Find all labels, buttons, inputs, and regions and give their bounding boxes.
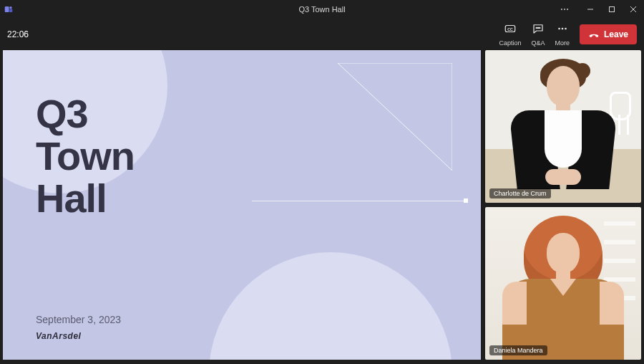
participant-panel: Charlotte de Crum Daniela Mandera xyxy=(485,50,641,360)
svg-point-14 xyxy=(540,27,540,28)
slide-title: Q3 Town Hall xyxy=(36,93,135,219)
svg-point-3 xyxy=(561,9,562,10)
slide-title-line: Q3 xyxy=(36,93,135,135)
svg-text:CC: CC xyxy=(507,27,513,32)
meeting-control-bar: 22:06 CC Caption Q&A More xyxy=(0,19,644,50)
window-controls xyxy=(580,0,644,19)
slide-date: September 3, 2023 xyxy=(36,314,121,325)
meeting-elapsed-time: 22:06 xyxy=(7,29,29,39)
leave-button[interactable]: Leave xyxy=(580,24,637,44)
svg-point-12 xyxy=(536,27,537,28)
meeting-controls: CC Caption Q&A More Leave xyxy=(499,22,637,47)
decor-line xyxy=(252,201,467,201)
avatar-face xyxy=(547,66,580,106)
hangup-icon xyxy=(588,28,600,42)
close-button[interactable] xyxy=(623,0,644,19)
participant-name: Charlotte de Crum xyxy=(489,188,551,198)
svg-point-17 xyxy=(565,28,567,30)
avatar-face xyxy=(547,233,580,273)
title-bar: Q3 Town Hall xyxy=(0,0,644,19)
svg-rect-0 xyxy=(5,6,9,12)
more-label: More xyxy=(555,39,570,47)
caption-icon: CC xyxy=(504,22,517,38)
more-button[interactable]: More xyxy=(555,22,570,47)
decor-circle xyxy=(209,252,452,360)
avatar-torso xyxy=(513,110,613,189)
decor-dot xyxy=(464,198,468,203)
svg-rect-7 xyxy=(610,7,615,12)
leave-label: Leave xyxy=(604,29,628,39)
slide-title-line: Town xyxy=(36,135,135,178)
shared-slide[interactable]: Q3 Town Hall September 3, 2023 VanArsdel xyxy=(3,50,481,360)
app-icon xyxy=(0,4,17,14)
meeting-content: Q3 Town Hall September 3, 2023 VanArsdel… xyxy=(0,50,644,364)
participant-tile[interactable]: Charlotte de Crum xyxy=(485,50,641,203)
slide-title-line: Hall xyxy=(36,178,135,220)
svg-point-13 xyxy=(537,27,538,28)
caption-label: Caption xyxy=(499,39,521,47)
app-menu-button[interactable] xyxy=(554,0,575,19)
qa-label: Q&A xyxy=(531,39,545,47)
svg-point-15 xyxy=(558,28,560,30)
participant-name: Daniela Mandera xyxy=(489,345,547,355)
qa-button[interactable]: Q&A xyxy=(531,22,545,47)
svg-point-1 xyxy=(9,6,12,9)
caption-button[interactable]: CC Caption xyxy=(499,22,521,47)
svg-point-4 xyxy=(564,9,565,10)
more-icon xyxy=(556,22,569,38)
svg-marker-18 xyxy=(338,63,452,171)
minimize-button[interactable] xyxy=(580,0,601,19)
slide-brand: VanArsdel xyxy=(36,331,81,341)
app-window: Q3 Town Hall 22:06 CC Caption Q&A xyxy=(0,0,644,364)
decor-triangle xyxy=(338,63,452,171)
svg-point-5 xyxy=(567,9,568,10)
participant-tile[interactable]: Daniela Mandera xyxy=(485,207,641,360)
maximize-button[interactable] xyxy=(601,0,623,19)
svg-rect-2 xyxy=(9,9,12,12)
window-title: Q3 Town Hall xyxy=(0,5,644,14)
svg-point-16 xyxy=(561,28,563,30)
chat-icon xyxy=(532,22,545,38)
